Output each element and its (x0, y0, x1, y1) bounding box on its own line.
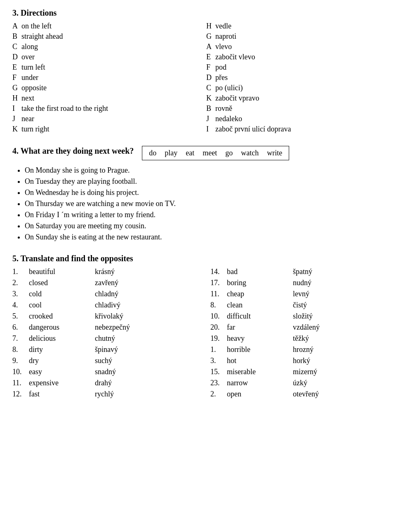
dir-letter: K (206, 94, 213, 103)
direction-item: Izaboč první ulicí doprava (206, 125, 384, 134)
word-box-item: write (267, 149, 282, 157)
opposite-item: 1.beautifulkrásný (12, 267, 186, 276)
word-box-item: meet (203, 149, 217, 157)
opp-num: 10. (12, 368, 29, 376)
section4-title: 4. What are they doing next week? (12, 146, 134, 156)
directions-title: 3. Directions (12, 8, 384, 18)
opp-num: 12. (12, 390, 29, 398)
dir-text: under (21, 73, 38, 82)
opposite-item: 8.dirtyšpinavý (12, 345, 186, 354)
dir-letter: B (206, 104, 213, 113)
dir-letter: J (206, 115, 213, 123)
opp-czech: levný (293, 290, 346, 298)
opp-num: 1. (210, 345, 227, 354)
dir-letter: G (206, 32, 213, 41)
opp-num: 8. (210, 301, 227, 309)
dir-letter: D (206, 73, 213, 82)
dir-letter: A (206, 42, 213, 51)
section5-title: 5. Translate and find the opposites (12, 254, 384, 263)
opp-num: 3. (12, 290, 29, 298)
opposites-grid: 1.beautifulkrásný2.closedzavřený3.coldch… (12, 267, 384, 398)
opp-czech: chutný (95, 334, 148, 343)
dir-text: nedaleko (215, 115, 242, 123)
dir-text: near (21, 115, 34, 123)
opposites-right-col: 14.badšpatný17.boringnudný11.cheaplevný8… (210, 267, 384, 398)
opp-english: closed (29, 279, 95, 287)
direction-item: Brovně (206, 104, 384, 113)
section4: 4. What are they doing next week? doplay… (12, 146, 384, 241)
word-box-item: go (225, 149, 233, 157)
opp-num: 4. (12, 301, 29, 309)
dir-letter: E (12, 63, 19, 72)
direction-item: Cpo (ulici) (206, 84, 384, 92)
opposite-item: 15.miserablemizerný (210, 368, 384, 376)
opposite-item: 19.heavytěžký (210, 334, 384, 343)
opp-english: easy (29, 368, 95, 376)
dir-text: vlevo (215, 42, 232, 51)
direction-item: Dpřes (206, 73, 384, 82)
dir-text: zaboč první ulicí doprava (215, 125, 291, 134)
dir-text: over (21, 53, 35, 61)
opposite-item: 6.dangerousnebezpečný (12, 323, 186, 332)
opp-english: horrible (227, 345, 293, 354)
opp-czech: chladivý (95, 301, 148, 309)
opp-czech: úzký (293, 379, 346, 387)
dir-letter: E (206, 53, 213, 61)
opp-english: far (227, 323, 293, 332)
directions-grid: Aon the leftBstraight aheadCalongDoverEt… (12, 22, 384, 134)
opp-czech: vzdálený (293, 323, 346, 332)
opp-num: 2. (12, 279, 29, 287)
direction-item: Funder (12, 73, 190, 82)
opp-czech: špatný (293, 267, 346, 276)
opp-czech: těžký (293, 334, 346, 343)
opposite-item: 10.easysnadný (12, 368, 186, 376)
opp-czech: hrozný (293, 345, 346, 354)
opp-czech: čistý (293, 301, 346, 309)
list-item: On Saturday you are meeting my cousin. (25, 222, 384, 230)
word-box: doplayeatmeetgowatchwrite (142, 146, 289, 160)
opposite-item: 11.expensivedrahý (12, 379, 186, 387)
opposite-item: 4.coolchladivý (12, 301, 186, 309)
dir-text: along (21, 42, 38, 51)
opp-english: delicious (29, 334, 95, 343)
word-box-item: do (149, 149, 156, 157)
opp-english: cold (29, 290, 95, 298)
opp-english: heavy (227, 334, 293, 343)
opposite-item: 14.badšpatný (210, 267, 384, 276)
direction-item: Dover (12, 53, 190, 61)
list-item: On Monday she is going to Prague. (25, 166, 384, 175)
direction-item: Calong (12, 42, 190, 51)
opp-num: 2. (210, 390, 227, 398)
list-item: On Friday I ´m writing a letter to my fr… (25, 211, 384, 219)
opposite-item: 17.boringnudný (210, 279, 384, 287)
direction-item: Kzabočit vpravo (206, 94, 384, 103)
direction-item: Ezabočit vlevo (206, 53, 384, 61)
list-item: On Tuesday they are playing football. (25, 177, 384, 186)
dir-text: vedle (215, 22, 231, 30)
word-box-item: watch (241, 149, 259, 157)
dir-text: on the left (21, 22, 52, 30)
opposite-item: 5.crookedkřivolaký (12, 312, 186, 321)
bullet-list: On Monday she is going to Prague.On Tues… (12, 166, 384, 241)
direction-item: Hnext (12, 94, 190, 103)
direction-item: Itake the first road to the right (12, 104, 190, 113)
opp-czech: snadný (95, 368, 148, 376)
opp-czech: drahý (95, 379, 148, 387)
opp-num: 15. (210, 368, 227, 376)
opp-czech: špinavý (95, 345, 148, 354)
dir-text: turn right (21, 125, 50, 134)
dir-letter: F (12, 73, 19, 82)
opposite-item: 2.closedzavřený (12, 279, 186, 287)
directions-right-col: HvedleGnaprotiAvlevoEzabočit vlevoFpodDp… (206, 22, 384, 134)
opp-english: difficult (227, 312, 293, 321)
dir-text: opposite (21, 84, 47, 92)
direction-item: Avlevo (206, 42, 384, 51)
opposite-item: 2.openotevřený (210, 390, 384, 398)
dir-letter: D (12, 53, 19, 61)
opp-num: 23. (210, 379, 227, 387)
dir-text: po (ulici) (215, 84, 243, 92)
opp-czech: zavřený (95, 279, 148, 287)
opp-english: expensive (29, 379, 95, 387)
section-directions: 3. Directions Aon the leftBstraight ahea… (12, 8, 384, 134)
opposite-item: 20.farvzdálený (210, 323, 384, 332)
